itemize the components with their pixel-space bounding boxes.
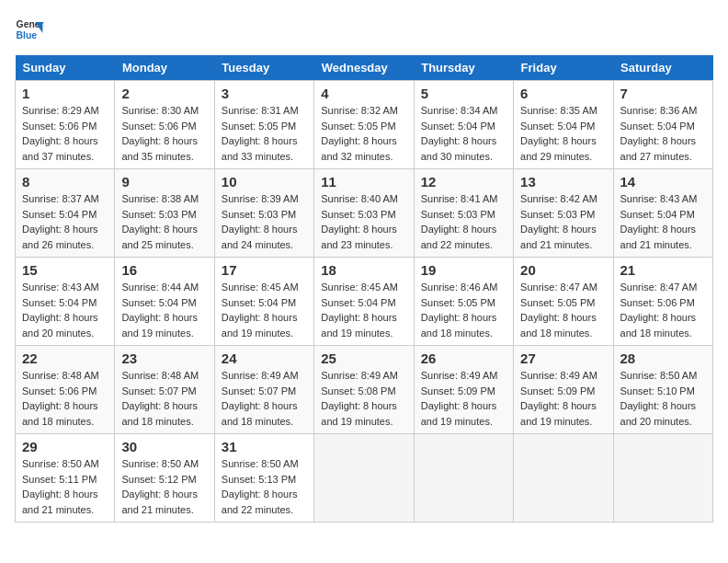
calendar-cell: 29Sunrise: 8:50 AMSunset: 5:11 PMDayligh… [16,434,115,523]
calendar-cell: 11Sunrise: 8:40 AMSunset: 5:03 PMDayligh… [314,169,414,258]
day-number: 2 [121,86,207,101]
day-info: Sunrise: 8:37 AMSunset: 5:04 PMDaylight:… [22,191,108,252]
calendar-week-3: 15Sunrise: 8:43 AMSunset: 5:04 PMDayligh… [16,258,713,346]
day-number: 1 [22,86,108,101]
calendar-cell: 12Sunrise: 8:41 AMSunset: 5:03 PMDayligh… [414,169,513,258]
day-number: 8 [22,174,108,190]
day-number: 15 [22,262,108,278]
day-info: Sunrise: 8:32 AMSunset: 5:05 PMDaylight:… [321,103,406,164]
calendar-cell: 10Sunrise: 8:39 AMSunset: 5:03 PMDayligh… [214,169,313,258]
calendar-cell: 23Sunrise: 8:48 AMSunset: 5:07 PMDayligh… [115,346,214,434]
calendar-cell: 15Sunrise: 8:43 AMSunset: 5:04 PMDayligh… [16,258,115,346]
day-info: Sunrise: 8:48 AMSunset: 5:07 PMDaylight:… [121,368,207,429]
day-number: 19 [421,262,506,278]
day-number: 23 [121,350,207,366]
day-info: Sunrise: 8:31 AMSunset: 5:05 PMDaylight:… [222,103,307,164]
day-number: 21 [620,262,706,278]
calendar-cell: 3Sunrise: 8:31 AMSunset: 5:05 PMDaylight… [214,81,313,169]
day-number: 12 [421,174,506,190]
calendar-cell: 24Sunrise: 8:49 AMSunset: 5:07 PMDayligh… [214,346,313,434]
calendar-cell: 8Sunrise: 8:37 AMSunset: 5:04 PMDaylight… [16,169,115,258]
day-number: 25 [321,350,406,366]
day-info: Sunrise: 8:50 AMSunset: 5:12 PMDaylight:… [121,456,207,517]
day-number: 18 [321,262,406,278]
day-info: Sunrise: 8:30 AMSunset: 5:06 PMDaylight:… [121,103,207,164]
calendar-cell: 30Sunrise: 8:50 AMSunset: 5:12 PMDayligh… [115,434,214,523]
day-info: Sunrise: 8:38 AMSunset: 5:03 PMDaylight:… [121,191,207,252]
page-header: General Blue [15,15,713,44]
day-info: Sunrise: 8:43 AMSunset: 5:04 PMDaylight:… [22,280,108,340]
calendar-cell: 5Sunrise: 8:34 AMSunset: 5:04 PMDaylight… [414,81,513,169]
day-number: 26 [421,350,506,366]
calendar-cell: 4Sunrise: 8:32 AMSunset: 5:05 PMDaylight… [314,81,414,169]
day-info: Sunrise: 8:48 AMSunset: 5:06 PMDaylight:… [22,368,108,429]
day-info: Sunrise: 8:44 AMSunset: 5:04 PMDaylight:… [121,280,207,340]
calendar-cell: 1Sunrise: 8:29 AMSunset: 5:06 PMDaylight… [16,81,115,169]
day-info: Sunrise: 8:36 AMSunset: 5:04 PMDaylight:… [620,103,706,164]
day-info: Sunrise: 8:50 AMSunset: 5:10 PMDaylight:… [620,368,706,429]
day-number: 9 [121,174,207,190]
day-info: Sunrise: 8:43 AMSunset: 5:04 PMDaylight:… [620,191,706,252]
calendar-cell: 14Sunrise: 8:43 AMSunset: 5:04 PMDayligh… [613,169,712,258]
day-number: 5 [421,86,506,101]
day-info: Sunrise: 8:50 AMSunset: 5:13 PMDaylight:… [222,456,307,517]
calendar-cell: 21Sunrise: 8:47 AMSunset: 5:06 PMDayligh… [613,258,712,346]
day-number: 16 [121,262,207,278]
weekday-header-monday: Monday [115,55,214,81]
day-number: 30 [121,439,207,454]
day-number: 3 [222,86,307,101]
calendar-cell: 2Sunrise: 8:30 AMSunset: 5:06 PMDaylight… [115,81,214,169]
calendar-cell: 25Sunrise: 8:49 AMSunset: 5:08 PMDayligh… [314,346,414,434]
day-number: 6 [520,86,606,101]
calendar-cell: 18Sunrise: 8:45 AMSunset: 5:04 PMDayligh… [314,258,414,346]
day-info: Sunrise: 8:39 AMSunset: 5:03 PMDaylight:… [222,191,307,252]
weekday-header-thursday: Thursday [414,55,513,81]
weekday-header-wednesday: Wednesday [314,55,414,81]
calendar-week-2: 8Sunrise: 8:37 AMSunset: 5:04 PMDaylight… [16,169,713,258]
calendar-cell [414,434,513,523]
weekday-header-saturday: Saturday [613,55,712,81]
day-info: Sunrise: 8:46 AMSunset: 5:05 PMDaylight:… [421,280,506,340]
calendar-cell: 20Sunrise: 8:47 AMSunset: 5:05 PMDayligh… [514,258,613,346]
day-info: Sunrise: 8:29 AMSunset: 5:06 PMDaylight:… [22,103,108,164]
logo: General Blue [15,15,44,44]
day-info: Sunrise: 8:40 AMSunset: 5:03 PMDaylight:… [321,191,406,252]
day-info: Sunrise: 8:34 AMSunset: 5:04 PMDaylight:… [421,103,506,164]
weekday-header-sunday: Sunday [16,55,115,81]
day-number: 11 [321,174,406,190]
calendar-week-1: 1Sunrise: 8:29 AMSunset: 5:06 PMDaylight… [16,81,713,169]
weekday-header-friday: Friday [514,55,613,81]
calendar-week-4: 22Sunrise: 8:48 AMSunset: 5:06 PMDayligh… [16,346,713,434]
day-number: 29 [22,439,108,454]
calendar-table: SundayMondayTuesdayWednesdayThursdayFrid… [15,55,713,523]
day-info: Sunrise: 8:45 AMSunset: 5:04 PMDaylight:… [321,280,406,340]
day-number: 31 [222,439,307,454]
day-number: 28 [620,350,706,366]
calendar-cell: 7Sunrise: 8:36 AMSunset: 5:04 PMDaylight… [613,81,712,169]
day-number: 13 [520,174,606,190]
calendar-cell: 6Sunrise: 8:35 AMSunset: 5:04 PMDaylight… [514,81,613,169]
calendar-cell: 26Sunrise: 8:49 AMSunset: 5:09 PMDayligh… [414,346,513,434]
day-number: 27 [520,350,606,366]
calendar-cell: 19Sunrise: 8:46 AMSunset: 5:05 PMDayligh… [414,258,513,346]
calendar-cell: 28Sunrise: 8:50 AMSunset: 5:10 PMDayligh… [613,346,712,434]
calendar-cell: 16Sunrise: 8:44 AMSunset: 5:04 PMDayligh… [115,258,214,346]
day-info: Sunrise: 8:41 AMSunset: 5:03 PMDaylight:… [421,191,506,252]
calendar-cell [314,434,414,523]
day-info: Sunrise: 8:47 AMSunset: 5:05 PMDaylight:… [520,280,606,340]
day-number: 17 [222,262,307,278]
day-number: 4 [321,86,406,101]
day-info: Sunrise: 8:49 AMSunset: 5:09 PMDaylight:… [421,368,506,429]
calendar-cell: 17Sunrise: 8:45 AMSunset: 5:04 PMDayligh… [214,258,313,346]
day-info: Sunrise: 8:35 AMSunset: 5:04 PMDaylight:… [520,103,606,164]
day-number: 22 [22,350,108,366]
day-number: 20 [520,262,606,278]
day-number: 24 [222,350,307,366]
day-number: 7 [620,86,706,101]
calendar-week-5: 29Sunrise: 8:50 AMSunset: 5:11 PMDayligh… [16,434,713,523]
day-info: Sunrise: 8:45 AMSunset: 5:04 PMDaylight:… [222,280,307,340]
weekday-header-tuesday: Tuesday [214,55,313,81]
calendar-cell: 27Sunrise: 8:49 AMSunset: 5:09 PMDayligh… [514,346,613,434]
day-info: Sunrise: 8:50 AMSunset: 5:11 PMDaylight:… [22,456,108,517]
calendar-cell: 31Sunrise: 8:50 AMSunset: 5:13 PMDayligh… [214,434,313,523]
